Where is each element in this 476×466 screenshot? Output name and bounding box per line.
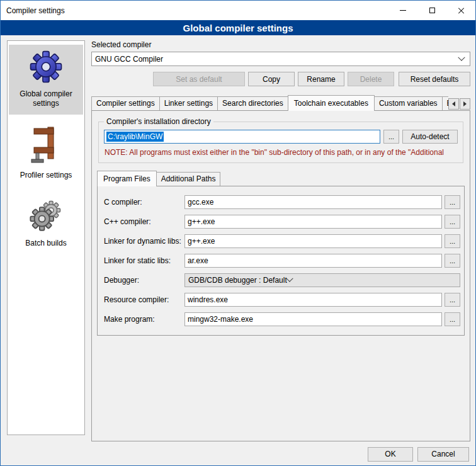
subtab-additional-paths[interactable]: Additional Paths <box>156 172 221 186</box>
field-row-debugger: Debugger: GDB/CDB debugger : Default <box>104 273 460 287</box>
autodetect-button[interactable]: Auto-detect <box>402 130 458 144</box>
program-files-panel: C compiler: ... C++ compiler: ... Linker… <box>97 186 465 336</box>
sidebar-item-label: Profiler settings <box>10 171 82 180</box>
make-program-browse-button[interactable]: ... <box>445 312 460 326</box>
sidebar-item-profiler-settings[interactable]: Profiler settings <box>9 121 83 186</box>
debugger-value: GDB/CDB debugger : Default <box>188 276 287 285</box>
installation-dir-value: C:\raylib\MinGW <box>106 132 164 142</box>
selected-compiler-label: Selected compiler <box>91 40 470 49</box>
field-row-c-compiler: C compiler: ... <box>104 195 460 209</box>
installation-dir-row: C:\raylib\MinGW ... Auto-detect <box>104 130 458 144</box>
set-as-default-button: Set as default <box>153 72 245 86</box>
tab-scroll-buttons <box>448 98 470 110</box>
installation-dir-input[interactable]: C:\raylib\MinGW <box>104 130 380 144</box>
tab-toolchain-executables[interactable]: Toolchain executables <box>288 95 375 111</box>
resource-compiler-browse-button[interactable]: ... <box>445 293 460 307</box>
ok-button[interactable]: OK <box>368 447 413 462</box>
chevron-down-icon <box>458 54 465 60</box>
make-program-label: Make program: <box>104 315 184 324</box>
tab-custom-variables[interactable]: Custom variables <box>374 96 443 110</box>
compiler-buttons-row: Set as default Copy Rename Delete Reset … <box>91 72 470 86</box>
installation-dir-browse-button[interactable]: ... <box>383 130 399 144</box>
static-linker-input[interactable] <box>184 254 442 268</box>
selected-compiler-value: GNU GCC Compiler <box>95 55 459 64</box>
field-row-cpp-compiler: C++ compiler: ... <box>104 215 460 229</box>
compiler-settings-window: Compiler settings Global compiler settin… <box>0 0 476 466</box>
cpp-compiler-label: C++ compiler: <box>104 217 184 226</box>
c-compiler-input[interactable] <box>184 195 442 209</box>
dynamic-linker-browse-button[interactable]: ... <box>445 234 460 248</box>
maximize-icon <box>429 8 435 13</box>
close-button[interactable] <box>446 1 475 20</box>
maximize-button[interactable] <box>417 1 446 20</box>
gear-blue-icon <box>10 50 82 86</box>
arrow-right-icon <box>463 101 467 106</box>
minimize-icon <box>400 10 406 11</box>
gears-stack-icon <box>10 198 82 235</box>
tab-linker-settings[interactable]: Linker settings <box>159 96 218 110</box>
sidebar-item-global-compiler-settings[interactable]: Global compiler settings <box>9 45 83 115</box>
static-linker-label: Linker for static libs: <box>104 256 184 265</box>
page-title: Global compiler settings <box>1 20 475 35</box>
tab-compiler-settings[interactable]: Compiler settings <box>91 96 160 110</box>
copy-button[interactable]: Copy <box>248 72 295 86</box>
resource-compiler-label: Resource compiler: <box>104 295 184 304</box>
bin-note: NOTE: All programs must exist either in … <box>105 148 457 157</box>
delete-button: Delete <box>348 72 394 86</box>
close-icon <box>457 7 465 14</box>
c-compiler-browse-button[interactable]: ... <box>445 195 460 209</box>
field-row-dynamic-linker: Linker for dynamic libs: ... <box>104 234 460 248</box>
cpp-compiler-browse-button[interactable]: ... <box>445 215 460 229</box>
title-bar: Compiler settings <box>1 1 475 20</box>
dynamic-linker-label: Linker for dynamic libs: <box>104 237 184 246</box>
static-linker-browse-button[interactable]: ... <box>445 254 460 268</box>
caption-buttons <box>388 1 475 20</box>
sidebar-item-label: Batch builds <box>10 239 82 248</box>
field-row-resource-compiler: Resource compiler: ... <box>104 293 460 307</box>
clamp-icon <box>10 126 82 167</box>
installation-dir-groupbox: Compiler's installation directory C:\ray… <box>98 117 463 163</box>
main-panel: Selected compiler GNU GCC Compiler Set a… <box>91 40 470 441</box>
tab-scroll-right-button[interactable] <box>460 98 470 110</box>
make-program-input[interactable] <box>184 312 442 326</box>
installation-dir-group-title: Compiler's installation directory <box>104 117 213 126</box>
selected-compiler-combobox[interactable]: GNU GCC Compiler <box>91 52 470 66</box>
toolchain-executables-panel: Compiler's installation directory C:\ray… <box>91 110 470 441</box>
compiler-tabs: Compiler settings Linker settings Search… <box>91 95 470 110</box>
reset-defaults-button[interactable]: Reset defaults <box>399 72 470 86</box>
minimize-button[interactable] <box>388 1 417 20</box>
rename-button[interactable]: Rename <box>298 72 344 86</box>
debugger-label: Debugger: <box>104 276 184 285</box>
program-subtabs: Program Files Additional Paths <box>97 171 465 186</box>
dialog-footer: OK Cancel <box>1 441 475 466</box>
category-sidebar: Global compiler settings Profiler settin… <box>7 40 85 435</box>
arrow-left-icon <box>452 101 455 106</box>
sidebar-item-batch-builds[interactable]: Batch builds <box>9 193 83 254</box>
tab-search-directories[interactable]: Search directories <box>217 96 288 110</box>
resource-compiler-input[interactable] <box>184 293 442 307</box>
subtab-program-files[interactable]: Program Files <box>97 171 157 186</box>
field-row-make-program: Make program: ... <box>104 312 460 326</box>
c-compiler-label: C compiler: <box>104 198 184 207</box>
field-row-static-linker: Linker for static libs: ... <box>104 254 460 268</box>
sidebar-item-label: Global compiler settings <box>10 89 82 108</box>
window-title: Compiler settings <box>1 6 65 15</box>
cancel-button[interactable]: Cancel <box>417 447 469 462</box>
dynamic-linker-input[interactable] <box>184 234 442 248</box>
debugger-select[interactable]: GDB/CDB debugger : Default <box>184 273 460 287</box>
tab-scroll-left-button[interactable] <box>448 98 459 110</box>
cpp-compiler-input[interactable] <box>184 215 442 229</box>
dialog-content: Global compiler settings Profiler settin… <box>1 35 475 441</box>
